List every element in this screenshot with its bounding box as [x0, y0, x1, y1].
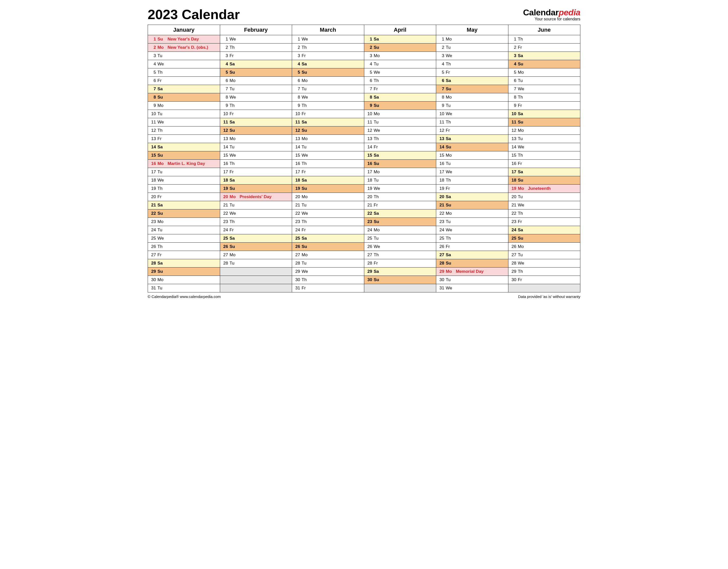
- day-cell: 31Fr: [292, 284, 364, 292]
- day-cell: 23Mo: [148, 218, 220, 226]
- day-of-week: Fr: [228, 228, 238, 233]
- day-number: 22: [294, 211, 300, 216]
- day-cell: 6Sa: [436, 77, 508, 85]
- day-number: 1: [294, 37, 300, 42]
- day-number: 4: [438, 62, 444, 67]
- day-of-week: Tu: [300, 261, 310, 266]
- day-of-week: We: [228, 95, 238, 100]
- day-cell: 20MoPresidents' Day: [220, 193, 292, 201]
- day-of-week: We: [156, 62, 166, 67]
- day-of-week: We: [372, 70, 382, 75]
- day-number: 22: [222, 211, 228, 216]
- day-number: 15: [366, 153, 372, 158]
- day-number: 4: [294, 62, 300, 67]
- day-cell: 15We: [220, 151, 292, 160]
- day-of-week: Fr: [156, 136, 166, 141]
- day-number: 5: [438, 70, 444, 75]
- day-cell: 29Su: [148, 268, 220, 276]
- day-of-week: Sa: [156, 87, 166, 92]
- day-number: 9: [149, 103, 156, 108]
- day-cell: 16MoMartin L. King Day: [148, 160, 220, 168]
- day-cell: 27Mo: [220, 251, 292, 259]
- calendar-row: 28Sa28Tu28Tu28Fr28Su28We: [148, 259, 580, 268]
- day-cell: 21Su: [436, 201, 508, 210]
- day-number: 8: [438, 95, 444, 100]
- day-number: 7: [294, 87, 300, 92]
- calendar-row: 3Tu3Fr3Fr3Mo3We3Sa: [148, 52, 580, 60]
- day-of-week: We: [444, 285, 454, 290]
- day-number: 26: [222, 244, 228, 249]
- day-number: 9: [366, 103, 372, 108]
- day-cell: 9Th: [220, 102, 292, 110]
- day-number: 27: [222, 253, 228, 258]
- day-number: 11: [438, 120, 444, 125]
- day-cell: 25We: [148, 234, 220, 243]
- day-cell: 24Sa: [508, 226, 580, 234]
- holiday-label: New Year's Day: [166, 37, 199, 42]
- day-cell: 2MoNew Year's D. (obs.): [148, 44, 220, 52]
- day-cell: 20Tu: [508, 193, 580, 201]
- day-number: 11: [510, 120, 516, 125]
- day-cell: 17Fr: [292, 168, 364, 176]
- day-number: 31: [438, 285, 444, 290]
- day-cell: 11Sa: [220, 118, 292, 127]
- day-of-week: Tu: [156, 111, 166, 116]
- day-number: 10: [510, 111, 516, 116]
- day-cell: 21Fr: [364, 201, 436, 210]
- day-number: 17: [149, 170, 156, 175]
- day-number: 22: [510, 211, 516, 216]
- day-of-week: Su: [372, 277, 382, 283]
- day-cell: 26Th: [148, 243, 220, 251]
- day-of-week: We: [444, 228, 454, 233]
- day-number: 14: [366, 145, 372, 150]
- day-number: 7: [149, 87, 156, 92]
- calendar-row: 9Mo9Th9Th9Su9Tu9Fr: [148, 102, 580, 110]
- month-header: April: [364, 25, 436, 35]
- day-cell: 8We: [220, 93, 292, 102]
- day-number: 21: [222, 203, 228, 208]
- day-cell: 28Su: [436, 259, 508, 268]
- day-number: 28: [438, 261, 444, 266]
- day-number: 11: [222, 120, 228, 125]
- day-of-week: Th: [444, 62, 454, 67]
- day-number: 8: [294, 95, 300, 100]
- day-of-week: Th: [516, 269, 527, 274]
- calendar-row: 13Fr13Mo13Mo13Th13Sa13Tu: [148, 135, 580, 143]
- day-number: 14: [510, 145, 516, 150]
- day-cell: 15Mo: [436, 151, 508, 160]
- calendar-row: 14Sa14Tu14Tu14Fr14Su14We: [148, 143, 580, 151]
- day-of-week: Su: [444, 261, 454, 266]
- day-cell: 25Sa: [220, 234, 292, 243]
- day-of-week: Mo: [444, 269, 454, 274]
- day-cell: 10Tu: [148, 110, 220, 118]
- day-number: 24: [510, 228, 516, 233]
- day-cell: [508, 284, 580, 292]
- month-header-row: JanuaryFebruaryMarchAprilMayJune: [148, 25, 580, 35]
- day-number: 10: [222, 111, 228, 116]
- day-number: 19: [438, 186, 444, 191]
- day-of-week: Tu: [444, 45, 454, 50]
- day-cell: 7Tu: [292, 85, 364, 93]
- day-number: 6: [438, 78, 444, 83]
- day-of-week: Tu: [300, 87, 310, 92]
- day-number: 9: [510, 103, 516, 108]
- day-of-week: Th: [228, 103, 238, 108]
- day-cell: 23Th: [220, 218, 292, 226]
- day-number: 13: [222, 136, 228, 141]
- day-of-week: Su: [300, 244, 310, 249]
- day-number: 25: [222, 236, 228, 241]
- month-header: January: [148, 25, 220, 35]
- day-of-week: Fr: [372, 145, 382, 150]
- day-cell: 7We: [508, 85, 580, 93]
- day-of-week: Mo: [516, 128, 527, 133]
- day-of-week: We: [516, 203, 527, 208]
- day-cell: 1SuNew Year's Day: [148, 35, 220, 44]
- day-number: 23: [222, 219, 228, 224]
- day-number: 19: [222, 186, 228, 191]
- day-of-week: Sa: [156, 261, 166, 266]
- day-number: 10: [149, 111, 156, 116]
- day-cell: 17We: [436, 168, 508, 176]
- day-cell: 6Fr: [148, 77, 220, 85]
- day-number: 27: [438, 253, 444, 258]
- day-of-week: Fr: [372, 87, 382, 92]
